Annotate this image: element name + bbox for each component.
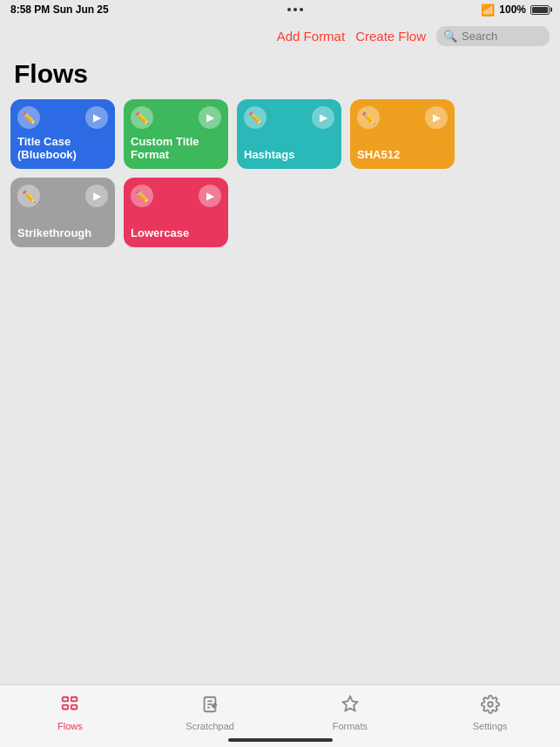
battery-icon	[530, 5, 550, 15]
flow-play-icon[interactable]: ▶	[199, 185, 221, 207]
flow-label: SHA512	[357, 148, 448, 162]
tab-scratchpad[interactable]: Scratchpad	[140, 695, 280, 738]
top-nav: Add Format Create Flow 🔍	[0, 19, 560, 52]
home-indicator	[228, 738, 333, 742]
search-icon: 🔍	[443, 30, 457, 43]
search-bar[interactable]: 🔍	[436, 26, 550, 46]
svg-point-8	[488, 702, 493, 707]
tab-flows[interactable]: Flows	[0, 695, 140, 738]
flow-play-icon[interactable]: ▶	[312, 106, 334, 129]
tab-settings-label: Settings	[473, 721, 508, 731]
svg-rect-2	[63, 704, 68, 709]
flow-label: Strikethrough	[17, 226, 108, 240]
flow-card-top: ✏️ ▶	[131, 106, 221, 129]
flow-label: Custom Title Format	[131, 135, 221, 162]
flow-edit-icon[interactable]: ✏️	[17, 106, 40, 129]
formats-icon	[341, 695, 360, 718]
tab-formats-label: Formats	[333, 721, 368, 731]
settings-icon	[481, 695, 500, 718]
scratchpad-icon	[200, 695, 219, 718]
page-title: Flows	[0, 52, 560, 99]
tab-settings[interactable]: Settings	[420, 695, 560, 738]
add-format-button[interactable]: Add Format	[277, 29, 345, 44]
flow-card-top: ✏️ ▶	[357, 106, 448, 129]
flow-card-top: ✏️ ▶	[17, 185, 108, 207]
flow-label: Lowercase	[131, 226, 221, 240]
flow-card-custom-title[interactable]: ✏️ ▶ Custom Title Format	[124, 99, 228, 169]
svg-rect-0	[63, 697, 68, 701]
search-input[interactable]	[462, 30, 543, 43]
tab-flows-label: Flows	[57, 721, 83, 731]
svg-rect-1	[71, 697, 77, 701]
flow-card-sha512[interactable]: ✏️ ▶ SHA512	[350, 99, 455, 169]
flow-edit-icon[interactable]: ✏️	[244, 106, 267, 129]
flow-card-top: ✏️ ▶	[244, 106, 334, 129]
flow-play-icon[interactable]: ▶	[199, 106, 221, 129]
tab-formats[interactable]: Formats	[280, 695, 421, 738]
flow-label: Title Case (Bluebook)	[17, 135, 108, 162]
flow-card-top: ✏️ ▶	[17, 106, 108, 129]
flow-edit-icon[interactable]: ✏️	[131, 106, 153, 129]
flow-label: Hashtags	[244, 148, 334, 162]
flow-edit-icon[interactable]: ✏️	[131, 185, 153, 207]
create-flow-button[interactable]: Create Flow	[355, 29, 426, 44]
tab-scratchpad-label: Scratchpad	[186, 721, 234, 731]
flows-grid: ✏️ ▶ Title Case (Bluebook) ✏️ ▶ Custom T…	[0, 99, 560, 258]
flow-card-hashtags[interactable]: ✏️ ▶ Hashtags	[237, 99, 341, 169]
flow-card-title-case[interactable]: ✏️ ▶ Title Case (Bluebook)	[10, 99, 115, 169]
flow-play-icon[interactable]: ▶	[85, 106, 108, 129]
flow-card-strikethrough[interactable]: ✏️ ▶ Strikethrough	[10, 178, 115, 247]
flow-card-lowercase[interactable]: ✏️ ▶ Lowercase	[124, 178, 228, 247]
flow-edit-icon[interactable]: ✏️	[17, 185, 40, 207]
wifi-icon: 📶	[481, 3, 495, 17]
flow-play-icon[interactable]: ▶	[425, 106, 448, 129]
flow-edit-icon[interactable]: ✏️	[357, 106, 380, 129]
battery-percent: 100%	[499, 3, 526, 16]
status-time-date: 8:58 PM Sun Jun 25	[10, 3, 109, 16]
status-indicators: 📶 100%	[481, 3, 550, 17]
flow-play-icon[interactable]: ▶	[85, 185, 108, 207]
flows-icon	[60, 695, 79, 718]
svg-rect-3	[71, 704, 77, 709]
status-dots	[287, 8, 303, 11]
status-bar: 8:58 PM Sun Jun 25 📶 100%	[0, 0, 560, 19]
flow-card-top: ✏️ ▶	[131, 185, 221, 207]
